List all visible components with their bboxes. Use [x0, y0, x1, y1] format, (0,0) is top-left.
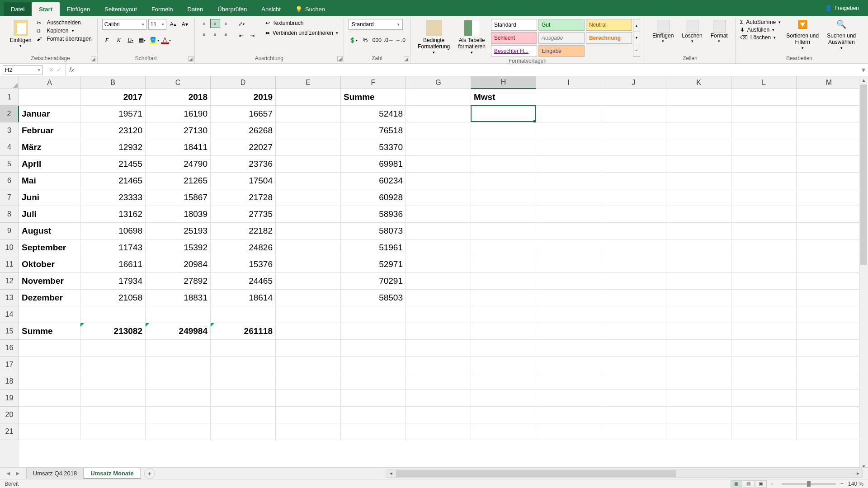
- cell[interactable]: [146, 357, 211, 373]
- font-launcher[interactable]: ◢: [188, 56, 193, 61]
- enter-formula-button[interactable]: ✓: [57, 66, 61, 73]
- cell[interactable]: [536, 89, 601, 106]
- cell[interactable]: August: [19, 223, 80, 239]
- clear-button[interactable]: ⌫Löschen▾: [740, 34, 781, 41]
- zoom-slider[interactable]: [782, 483, 836, 485]
- row-header[interactable]: 20: [0, 407, 19, 423]
- cut-button[interactable]: Ausschneiden: [36, 19, 92, 26]
- row-header[interactable]: 2: [0, 106, 19, 122]
- cell[interactable]: [471, 206, 536, 223]
- cell[interactable]: [797, 156, 862, 173]
- cell[interactable]: [406, 206, 471, 223]
- cell[interactable]: [536, 290, 601, 306]
- cell[interactable]: April: [19, 156, 80, 173]
- formula-expand-button[interactable]: ▾: [859, 66, 868, 74]
- cell[interactable]: [666, 373, 731, 390]
- percent-button[interactable]: %: [360, 35, 370, 45]
- cell[interactable]: [666, 173, 731, 189]
- cell[interactable]: [601, 189, 666, 206]
- cell[interactable]: 18039: [146, 206, 211, 223]
- cell[interactable]: Juli: [19, 206, 80, 223]
- cell[interactable]: [536, 189, 601, 206]
- cell[interactable]: [731, 206, 797, 223]
- cell[interactable]: [536, 373, 601, 390]
- cell[interactable]: [276, 306, 341, 323]
- cell[interactable]: [797, 189, 862, 206]
- cell[interactable]: [536, 407, 601, 423]
- cell[interactable]: [80, 373, 146, 390]
- cell[interactable]: [341, 423, 406, 440]
- cell[interactable]: [601, 206, 666, 223]
- cell[interactable]: [80, 407, 146, 423]
- delete-cells-button[interactable]: Löschen▾: [679, 19, 705, 45]
- cell[interactable]: [276, 407, 341, 423]
- cell[interactable]: [406, 256, 471, 273]
- cell[interactable]: 52418: [341, 106, 406, 122]
- column-header[interactable]: K: [666, 76, 731, 89]
- cell[interactable]: 24826: [211, 239, 276, 256]
- cell[interactable]: [406, 323, 471, 340]
- cell[interactable]: [601, 256, 666, 273]
- cell[interactable]: [276, 206, 341, 223]
- align-right-button[interactable]: ≡: [221, 30, 231, 39]
- cell[interactable]: [471, 373, 536, 390]
- cell[interactable]: [276, 223, 341, 239]
- hscroll-right-button[interactable]: ►: [854, 470, 862, 477]
- cell[interactable]: [19, 306, 80, 323]
- cell[interactable]: [666, 239, 731, 256]
- cell[interactable]: [406, 106, 471, 122]
- cell[interactable]: [19, 407, 80, 423]
- cell[interactable]: [80, 423, 146, 440]
- cell[interactable]: [601, 290, 666, 306]
- zoom-out-button[interactable]: −: [770, 481, 774, 487]
- tab-data[interactable]: Daten: [180, 2, 211, 16]
- cell[interactable]: [666, 156, 731, 173]
- cell[interactable]: [406, 390, 471, 407]
- align-bottom-button[interactable]: ≡: [221, 19, 231, 28]
- cell[interactable]: [601, 223, 666, 239]
- row-header[interactable]: 16: [0, 340, 19, 357]
- cell[interactable]: 15867: [146, 189, 211, 206]
- cell[interactable]: 60234: [341, 173, 406, 189]
- alignment-launcher[interactable]: ◢: [337, 56, 343, 61]
- cell[interactable]: 23333: [80, 189, 146, 206]
- cell[interactable]: [731, 340, 797, 357]
- hscroll-thumb[interactable]: [396, 470, 676, 477]
- increase-indent-button[interactable]: ⇥: [247, 31, 257, 41]
- cell[interactable]: [80, 340, 146, 357]
- cell[interactable]: Februar: [19, 122, 80, 139]
- cell[interactable]: [19, 373, 80, 390]
- cell[interactable]: [276, 239, 341, 256]
- cell[interactable]: [211, 306, 276, 323]
- cell[interactable]: 58936: [341, 206, 406, 223]
- conditional-formatting-button[interactable]: Bedingte Formatierung▾: [415, 19, 453, 56]
- row-header[interactable]: 15: [0, 323, 19, 340]
- column-header[interactable]: I: [536, 76, 601, 89]
- cell[interactable]: [797, 273, 862, 290]
- cell[interactable]: [666, 223, 731, 239]
- cell[interactable]: [666, 189, 731, 206]
- cell[interactable]: [276, 189, 341, 206]
- sheet-nav-prev[interactable]: ◄: [5, 470, 11, 477]
- cell[interactable]: 70291: [341, 273, 406, 290]
- cell[interactable]: [601, 407, 666, 423]
- tab-file[interactable]: Datei: [4, 2, 32, 16]
- cell[interactable]: [406, 156, 471, 173]
- cell[interactable]: [19, 89, 80, 106]
- tell-me[interactable]: 💡Suchen: [288, 2, 332, 16]
- cell[interactable]: 213082: [80, 323, 146, 340]
- cell[interactable]: Januar: [19, 106, 80, 122]
- cell[interactable]: [471, 340, 536, 357]
- cell-styles-gallery[interactable]: Standard Gut Neutral Schlecht Ausgabe Be…: [491, 19, 632, 57]
- sort-filter-button[interactable]: 🔽Sortieren und Filtern▾: [783, 19, 821, 52]
- cell[interactable]: 249984: [146, 323, 211, 340]
- cell[interactable]: Mai: [19, 173, 80, 189]
- tab-view[interactable]: Ansicht: [254, 2, 288, 16]
- style-eingabe[interactable]: Eingabe: [538, 45, 585, 57]
- cell[interactable]: [601, 357, 666, 373]
- copy-button[interactable]: Kopieren▾: [36, 27, 92, 34]
- cell[interactable]: 21058: [80, 290, 146, 306]
- cell[interactable]: [406, 273, 471, 290]
- row-header[interactable]: 9: [0, 223, 19, 239]
- cell[interactable]: 2017: [80, 89, 146, 106]
